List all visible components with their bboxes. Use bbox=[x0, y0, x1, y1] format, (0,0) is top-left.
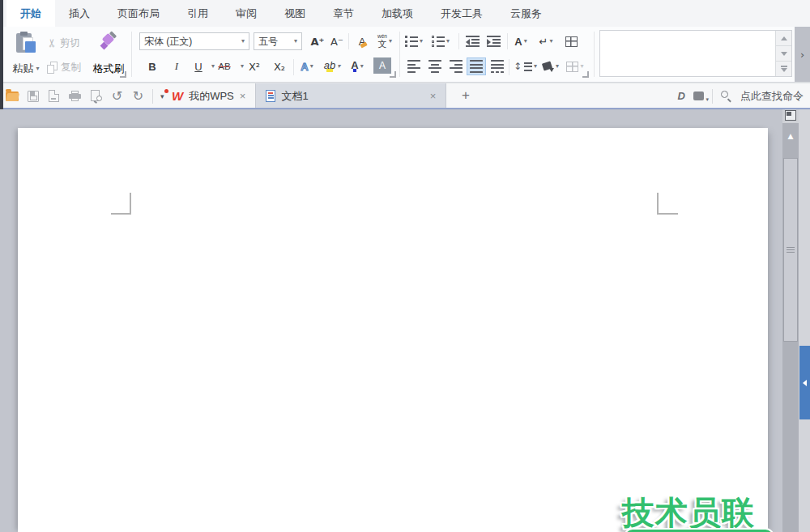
doc-tab-my-wps[interactable]: W 我的WPS × bbox=[162, 83, 255, 109]
distribute-button[interactable] bbox=[488, 57, 506, 75]
search-icon bbox=[721, 91, 732, 102]
clear-format-button[interactable]: A bbox=[353, 32, 371, 50]
font-size-select[interactable]: 五号 ▾ bbox=[254, 32, 302, 50]
decrease-indent-button[interactable] bbox=[463, 32, 481, 50]
document-tabs: W 我的WPS × 文档1 × bbox=[162, 83, 446, 109]
close-icon[interactable]: × bbox=[430, 90, 437, 102]
save-icon bbox=[28, 91, 39, 102]
toolbar-separator bbox=[152, 89, 153, 104]
menu-tab-page-layout[interactable]: 页面布局 bbox=[104, 0, 173, 27]
strikethrough-button[interactable]: AB bbox=[215, 57, 233, 75]
triangle-down-icon bbox=[781, 52, 787, 56]
menu-tab-cloud[interactable]: 云服务 bbox=[497, 0, 556, 27]
paragraph-mark-icon: ↵ bbox=[539, 36, 548, 48]
command-search[interactable]: 点此查找命令 bbox=[740, 89, 804, 104]
subscript-icon: X₂ bbox=[274, 61, 285, 73]
borders-button[interactable]: ▾ bbox=[566, 57, 584, 75]
align-left-button[interactable] bbox=[405, 57, 423, 75]
highlight-button[interactable]: ab ▾ bbox=[323, 57, 341, 75]
menu-tab-section[interactable]: 章节 bbox=[319, 0, 368, 27]
align-center-button[interactable] bbox=[426, 57, 444, 75]
grow-font-icon: A⁺ bbox=[311, 36, 325, 48]
shrink-font-button[interactable]: A⁻ bbox=[328, 32, 346, 50]
print-preview-button[interactable] bbox=[89, 89, 103, 103]
numbering-button[interactable]: ▾ bbox=[432, 32, 450, 50]
ribbon-collapse-button[interactable]: › bbox=[795, 27, 810, 82]
text-tool-button[interactable]: A ▾ bbox=[512, 32, 530, 50]
undo-button[interactable]: ↺ bbox=[110, 89, 124, 103]
increase-indent-icon bbox=[487, 36, 501, 47]
save-button[interactable] bbox=[26, 89, 40, 103]
font-dialog-launcher-icon[interactable] bbox=[390, 71, 396, 78]
font-size-value: 五号 bbox=[258, 35, 278, 49]
align-right-button[interactable] bbox=[447, 57, 465, 75]
side-panel-tab[interactable] bbox=[799, 346, 810, 419]
italic-button[interactable]: I bbox=[168, 57, 185, 75]
doc-tab-document1[interactable]: 文档1 × bbox=[255, 83, 446, 109]
triangle-up-icon: ▲ bbox=[788, 132, 794, 140]
paragraph-mark-button[interactable]: ↵ ▾ bbox=[537, 32, 555, 50]
print-button[interactable] bbox=[68, 89, 82, 103]
gallery-more-button[interactable] bbox=[776, 62, 791, 76]
document-area[interactable]: 技术员联盟 www.jsgho.com ▲ bbox=[0, 109, 810, 532]
reading-view-icon[interactable] bbox=[785, 110, 796, 121]
menu-tab-home[interactable]: 开始 bbox=[6, 0, 55, 27]
watermark-url-badge: www.jsgho.com bbox=[624, 528, 774, 532]
toolbar-separator bbox=[712, 89, 713, 104]
vertical-scrollbar[interactable]: ▲ bbox=[782, 123, 799, 532]
paste-clipboard-icon bbox=[16, 32, 36, 53]
increase-indent-button[interactable] bbox=[484, 32, 502, 50]
menu-tab-references[interactable]: 引用 bbox=[173, 0, 222, 27]
scroll-up-button[interactable]: ▲ bbox=[782, 130, 799, 143]
clipboard-dialog-launcher-icon[interactable] bbox=[120, 71, 126, 78]
cut-label: 剪切 bbox=[60, 36, 80, 50]
font-color-button[interactable]: A ▾ bbox=[348, 57, 366, 75]
paste-button[interactable]: 粘贴▾ bbox=[6, 30, 45, 79]
menu-tab-add-ins[interactable]: 加载项 bbox=[368, 0, 427, 27]
style-gallery[interactable] bbox=[599, 30, 792, 77]
line-spacing-button[interactable]: ↕ ▾ bbox=[514, 57, 537, 75]
page[interactable]: 技术员联盟 www.jsgho.com bbox=[18, 128, 768, 532]
window-edge bbox=[0, 0, 3, 109]
scroll-thumb[interactable] bbox=[783, 158, 798, 342]
menu-tab-insert[interactable]: 插入 bbox=[55, 0, 104, 27]
paragraph-dialog-launcher-icon[interactable] bbox=[582, 71, 589, 78]
caret-down-icon: ▾ bbox=[534, 63, 537, 70]
caret-down-icon: ▾ bbox=[291, 38, 297, 45]
margin-mark-left bbox=[130, 193, 131, 215]
task-panel-button[interactable] bbox=[693, 92, 704, 100]
grow-font-button[interactable]: A⁺ bbox=[309, 32, 326, 50]
bold-button[interactable]: B bbox=[143, 57, 161, 75]
redo-button[interactable]: ↻ bbox=[131, 89, 145, 103]
triangle-down-icon bbox=[781, 68, 787, 72]
print-icon bbox=[69, 91, 81, 101]
cut-button[interactable]: ✂ 剪切 bbox=[47, 33, 80, 53]
phonetic-guide-button[interactable]: wén 文 ▾ bbox=[376, 32, 394, 50]
table-grid-button[interactable] bbox=[562, 32, 580, 50]
margin-mark-right bbox=[657, 213, 678, 215]
menu-tab-view[interactable]: 视图 bbox=[271, 0, 319, 27]
margin-mark-right bbox=[657, 193, 659, 215]
small-separator bbox=[509, 59, 509, 75]
export-pdf-button[interactable] bbox=[47, 89, 61, 103]
text-effects-button[interactable]: A ▾ bbox=[298, 57, 316, 75]
docer-button[interactable]: D bbox=[678, 90, 685, 102]
new-tab-button[interactable]: + bbox=[458, 87, 474, 104]
justify-button[interactable] bbox=[467, 57, 486, 75]
caret-down-icon: ▾ bbox=[360, 63, 364, 70]
shading-button[interactable]: ▾ bbox=[541, 57, 559, 75]
font-family-select[interactable]: 宋体 (正文) ▾ bbox=[139, 32, 249, 50]
quick-access-toolbar: ↺ ↻ ▾ bbox=[5, 83, 164, 109]
char-shading-button[interactable]: A bbox=[373, 57, 391, 74]
more-bar-icon bbox=[781, 66, 787, 67]
menu-tab-review[interactable]: 审阅 bbox=[222, 0, 271, 27]
bullets-button[interactable]: ▾ bbox=[405, 32, 423, 50]
copy-button[interactable]: 复制 bbox=[47, 57, 81, 77]
subscript-button[interactable]: X₂ bbox=[271, 57, 288, 75]
close-icon[interactable]: × bbox=[240, 90, 246, 102]
gallery-scroll-up-button[interactable] bbox=[776, 31, 791, 46]
superscript-button[interactable]: X² bbox=[245, 57, 263, 75]
open-button[interactable] bbox=[5, 89, 19, 103]
menu-tab-dev-tools[interactable]: 开发工具 bbox=[427, 0, 497, 27]
gallery-scroll-down-button[interactable] bbox=[776, 46, 791, 62]
